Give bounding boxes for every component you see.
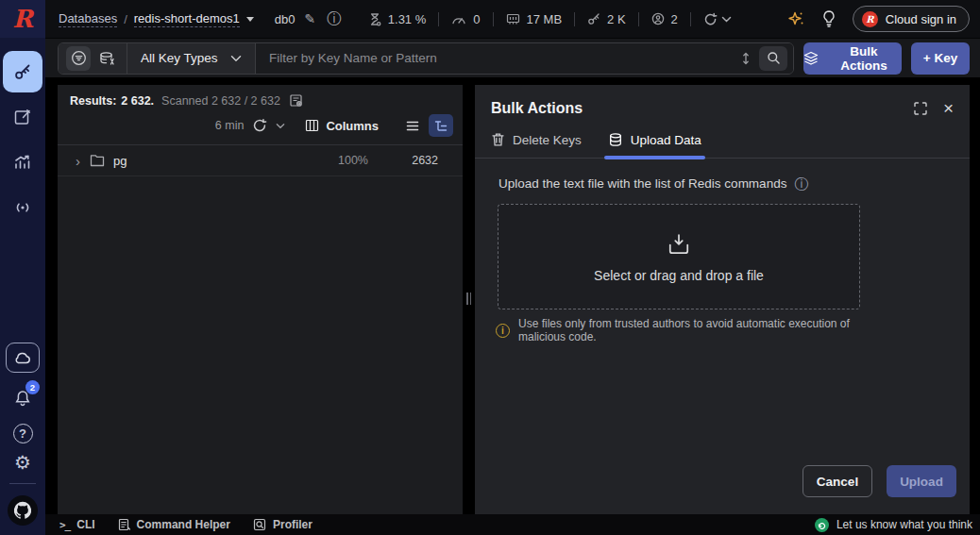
sidebar-item-settings[interactable]: ⚙ — [14, 453, 31, 472]
sidebar-item-pubsub[interactable] — [3, 187, 42, 228]
add-key-button-label: + Key — [923, 51, 957, 65]
tree-view-icon — [434, 120, 448, 132]
filter-by-database-button[interactable] — [94, 46, 119, 71]
command-helper-label: Command Helper — [137, 518, 230, 531]
edit-db-alias-button[interactable]: ✎ — [304, 12, 315, 25]
scanned-text: Scanned 2 632 / 2 632 — [161, 94, 280, 108]
trash-icon — [491, 132, 505, 147]
analytics-icon — [13, 153, 32, 172]
refresh-stats-button[interactable] — [691, 12, 721, 26]
profiler-toggle[interactable]: Profiler — [253, 518, 313, 531]
panel-resize-handle[interactable] — [463, 289, 475, 308]
trusted-files-warning: i Use files only from trusted authors to… — [496, 317, 860, 343]
cli-toggle[interactable]: >_ CLI — [59, 518, 95, 531]
folder-name: pg — [113, 154, 127, 168]
sparkle-icon — [786, 9, 805, 28]
filter-icon — [71, 50, 87, 66]
pubsub-icon — [13, 198, 32, 217]
tab-upload-data[interactable]: Upload Data — [608, 132, 701, 158]
stat-commands: 0 — [439, 12, 492, 26]
breadcrumb-database-name[interactable]: redis-short-demos1 — [134, 11, 240, 27]
sidebar-item-workbench[interactable] — [3, 96, 42, 138]
close-panel-button[interactable]: × — [943, 99, 954, 117]
sidebar-item-analytics[interactable] — [3, 142, 42, 183]
cancel-button[interactable]: Cancel — [803, 465, 872, 497]
key-icon — [13, 62, 32, 81]
warning-text: Use files only from trusted authors to a… — [518, 317, 860, 343]
command-helper-toggle[interactable]: Command Helper — [118, 518, 230, 531]
sidebar-item-notifications[interactable]: 2 — [6, 382, 40, 414]
refresh-settings-caret[interactable] — [721, 16, 732, 23]
redisinsight-logo[interactable]: R — [0, 0, 45, 38]
bulk-actions-button[interactable]: Bulk Actions — [803, 42, 902, 75]
search-button[interactable] — [759, 46, 787, 71]
sidebar-item-github[interactable] — [8, 495, 38, 526]
cloud-sign-in-label: Cloud sign in — [886, 12, 956, 26]
sidebar-item-browser[interactable] — [3, 51, 42, 92]
columns-button[interactable]: Columns — [305, 119, 379, 133]
cloud-sign-in-button[interactable]: R Cloud sign in — [853, 6, 970, 32]
file-download-tray-icon — [665, 231, 693, 258]
fullscreen-icon[interactable] — [913, 101, 928, 116]
results-summary: Results: 2 632. Scanned 2 632 / 2 632 — [58, 85, 463, 108]
key-type-select[interactable]: All Key Types — [127, 43, 256, 74]
tree-row-pg[interactable]: › pg 100% 2632 — [58, 145, 463, 176]
cpu-icon — [368, 12, 381, 26]
folder-icon — [90, 154, 105, 167]
filter-by-type-button[interactable] — [66, 46, 91, 71]
add-key-button[interactable]: + Key — [911, 42, 970, 75]
tree-view-button[interactable] — [429, 114, 453, 137]
refresh-keys-button[interactable] — [252, 118, 267, 133]
topbar-right-group: R Cloud sign in — [786, 6, 970, 32]
upload-hint-row: Upload the text file with the list of Re… — [475, 159, 970, 191]
key-search-input[interactable] — [269, 51, 740, 65]
upload-info-icon[interactable]: ⓘ — [794, 176, 808, 191]
bulk-actions-tabs: Delete Keys Upload Data — [475, 117, 970, 159]
db-stats-group: 1.31 % 0 17 MB 2 K 2 — [356, 12, 732, 26]
db-info-button[interactable]: ⓘ — [327, 11, 342, 26]
feedback-icon — [815, 518, 829, 532]
filter-mode-group — [59, 43, 127, 74]
stat-keys-value: 2 K — [607, 12, 626, 26]
list-view-button[interactable] — [400, 114, 425, 137]
sidebar-item-help[interactable]: ? — [13, 424, 33, 443]
sidebar-nav — [3, 38, 42, 228]
bulk-actions-title: Bulk Actions — [491, 100, 583, 117]
stat-keys: 2 K — [575, 12, 638, 26]
list-view-icon — [406, 121, 419, 131]
database-filter-icon — [98, 50, 115, 66]
folder-key-count: 2632 — [368, 154, 463, 167]
upload-button[interactable]: Upload — [887, 465, 956, 497]
cloud-icon — [13, 350, 32, 365]
database-switch-caret-icon[interactable] — [246, 17, 254, 22]
top-bar: Databases / redis-short-demos1 db0 ✎ ⓘ 1… — [45, 0, 980, 38]
copilot-button[interactable] — [786, 9, 805, 28]
results-label: Results: — [70, 94, 116, 108]
file-dropzone[interactable]: Select or drag and drop a file — [498, 204, 860, 309]
breadcrumb-databases-link[interactable]: Databases — [59, 11, 117, 27]
gear-icon: ⚙ — [14, 452, 31, 473]
notifications-badge: 2 — [25, 380, 40, 394]
view-toggle — [400, 114, 453, 137]
folder-percent: 100% — [338, 154, 368, 167]
expand-chevron-icon[interactable]: › — [76, 153, 80, 169]
insights-button[interactable] — [821, 9, 836, 28]
feedback-link[interactable]: Let us know what you think — [815, 518, 972, 532]
chevron-down-icon — [721, 16, 732, 23]
tab-delete-keys[interactable]: Delete Keys — [491, 132, 582, 158]
bulk-actions-panel: Bulk Actions × Delete Keys Upload Data U… — [475, 85, 970, 514]
list-controls-row: 6 min Columns — [58, 108, 463, 145]
help-icon: ? — [19, 426, 26, 441]
auto-refresh-caret[interactable] — [276, 123, 285, 129]
sidebar-item-cloud[interactable] — [6, 343, 40, 373]
columns-icon — [305, 119, 319, 132]
dropzone-label: Select or drag and drop a file — [594, 268, 764, 283]
text-height-icon[interactable] — [740, 51, 752, 66]
keys-panel: Results: 2 632. Scanned 2 632 / 2 632 6 … — [58, 85, 463, 514]
profiler-search-icon — [253, 518, 266, 531]
bulk-actions-header: Bulk Actions × — [475, 85, 970, 117]
stat-cpu: 1.31 % — [356, 12, 438, 26]
cli-label: CLI — [76, 518, 94, 531]
scan-settings-icon[interactable] — [289, 93, 303, 108]
redis-cloud-icon: R — [862, 11, 878, 27]
